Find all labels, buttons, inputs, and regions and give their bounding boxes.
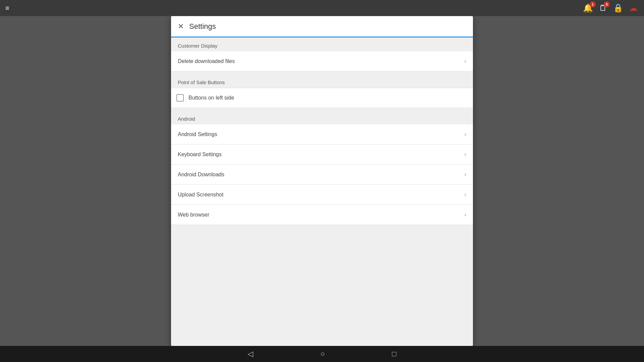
chevron-right-icon: › [464,191,466,198]
notifications-badge: 1 [590,1,596,7]
notifications-icon-wrapper[interactable]: 🔔 1 [583,3,593,13]
settings-modal: ✕ Settings Customer Display Delete downl… [171,16,473,346]
upload-screenshot-label: Upload Screenshot [178,192,464,198]
section-label-android: Android [171,111,473,124]
chevron-right-icon: › [464,131,466,138]
section-customer-display: Customer Display Delete downloaded files… [171,38,473,71]
orders-badge: 0 [604,1,610,7]
lock-icon: 🔒 [613,3,623,12]
list-item-keyboard-settings[interactable]: Keyboard Settings › [171,144,473,165]
settings-title: Settings [189,22,216,31]
android-settings-label: Android Settings [178,131,464,137]
section-label-pos-buttons: Point of Sale Buttons [171,74,473,88]
list-item-android-downloads[interactable]: Android Downloads › [171,165,473,185]
chevron-right-icon: › [464,58,466,65]
section-label-customer-display: Customer Display [171,38,473,51]
section-pos-buttons: Point of Sale Buttons Buttons on left si… [171,74,473,108]
section-android: Android Android Settings › Keyboard Sett… [171,111,473,225]
back-button[interactable]: ◁ [248,350,253,358]
menu-icon[interactable]: ≡ [5,5,9,11]
chevron-right-icon: › [464,151,466,158]
recents-button[interactable]: □ [392,350,396,358]
settings-content: Customer Display Delete downloaded files… [171,38,473,346]
list-item-delete-downloads[interactable]: Delete downloaded files › [171,51,473,71]
top-bar-icons: 🔔 1 🗒 0 🔒 ☁ [583,3,637,13]
close-button[interactable]: ✕ [178,22,184,31]
top-bar: ≡ 🔔 1 🗒 0 🔒 ☁ [0,0,644,16]
buttons-left-label: Buttons on left side [189,95,234,101]
settings-header: ✕ Settings [171,16,473,38]
cloud-icon: ☁ [629,3,637,12]
list-item-web-browser[interactable]: Web browser › [171,205,473,225]
checkbox-row-buttons-left[interactable]: Buttons on left side [171,88,473,108]
home-button[interactable]: ○ [320,350,325,358]
bottom-nav-bar: ◁ ○ □ [0,346,644,362]
list-item-upload-screenshot[interactable]: Upload Screenshot › [171,185,473,205]
chevron-right-icon: › [464,171,466,178]
chevron-right-icon: › [464,211,466,218]
web-browser-label: Web browser [178,212,464,218]
android-downloads-label: Android Downloads [178,172,464,178]
keyboard-settings-label: Keyboard Settings [178,152,464,158]
cloud-icon-wrapper[interactable]: ☁ [629,3,637,13]
buttons-left-checkbox[interactable] [176,94,184,102]
lock-icon-wrapper[interactable]: 🔒 [613,3,623,13]
delete-downloads-label: Delete downloaded files [178,58,464,64]
orders-icon-wrapper[interactable]: 🗒 0 [599,3,607,13]
list-item-android-settings[interactable]: Android Settings › [171,124,473,144]
modal-overlay: ✕ Settings Customer Display Delete downl… [0,16,644,346]
